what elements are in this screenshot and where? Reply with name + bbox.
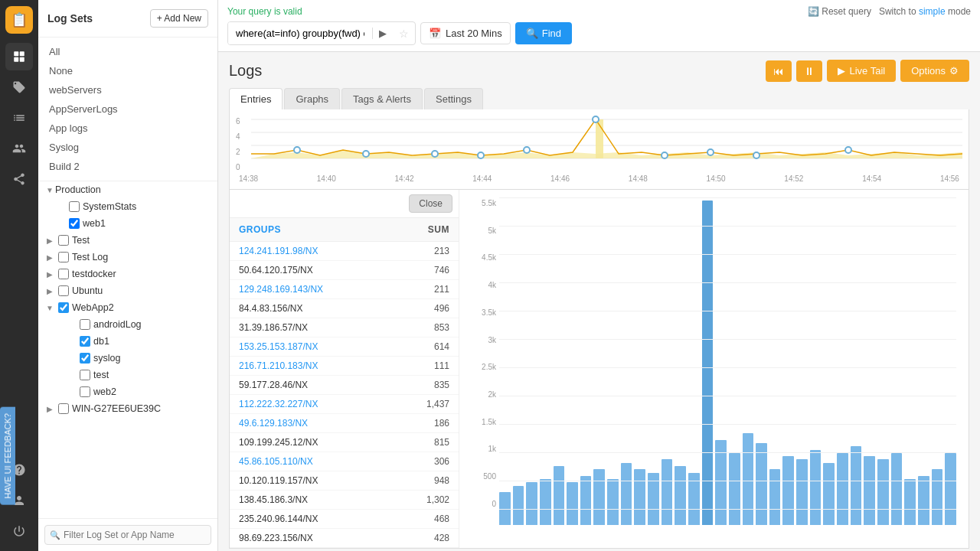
logs-controls: ⏮ ⏸ ▶ Live Tail Options ⚙: [766, 60, 969, 82]
table-header: GROUPS SUM: [230, 218, 459, 242]
tab-settings[interactable]: Settings: [424, 88, 483, 109]
cb-testdocker[interactable]: [58, 269, 69, 279]
logs-title: Logs: [229, 62, 262, 80]
table-row[interactable]: 153.25.153.187/NX614: [230, 337, 459, 357]
pause-button[interactable]: ⏸: [796, 60, 822, 82]
tree-systemstats[interactable]: SystemStats: [38, 198, 217, 215]
add-new-button[interactable]: + Add New: [150, 9, 208, 28]
tree-testdocker[interactable]: ▶ testdocker: [38, 266, 217, 282]
cb-webapp2[interactable]: [58, 302, 69, 313]
tab-entries[interactable]: Entries: [229, 88, 283, 109]
table-row[interactable]: 98.69.223.156/NX428: [230, 529, 459, 548]
gear-icon: ⚙: [949, 65, 959, 77]
tab-tags-alerts[interactable]: Tags & Alerts: [341, 88, 423, 109]
bar-item: [715, 440, 727, 525]
nav-build2[interactable]: Build 2: [38, 157, 217, 176]
sidebar: Log Sets + Add New All None webServers A…: [38, 0, 218, 551]
expander-ubuntu: ▶: [44, 285, 55, 296]
table-row[interactable]: 124.241.191.98/NX213: [230, 242, 459, 261]
tree-syslog[interactable]: syslog: [38, 350, 217, 367]
reset-icon: 🔄: [808, 6, 819, 17]
nav-connections[interactable]: [5, 135, 33, 162]
table-row[interactable]: 129.248.169.143/NX211: [230, 280, 459, 299]
tab-graphs[interactable]: Graphs: [284, 88, 340, 109]
table-row[interactable]: 50.64.120.175/NX746: [230, 261, 459, 280]
cb-testlog[interactable]: [58, 252, 69, 262]
bar-item: [567, 482, 578, 525]
feedback-button[interactable]: HAVE UI FEEDBACK?: [0, 407, 15, 505]
app-logo[interactable]: 📋: [5, 6, 33, 34]
date-range-picker[interactable]: 📅 Last 20 Mins: [420, 22, 511, 44]
table-row[interactable]: 49.6.129.183/NX186: [230, 414, 459, 433]
cb-test[interactable]: [58, 235, 69, 246]
label-testlog: Test Log: [72, 252, 211, 262]
tree-web1[interactable]: web1: [38, 215, 217, 232]
simple-mode-link[interactable]: simple: [919, 6, 946, 17]
nav-tags[interactable]: [5, 73, 33, 101]
table-row[interactable]: 216.71.210.183/NX111: [230, 357, 459, 376]
bar-item: [513, 486, 524, 525]
table-row[interactable]: 45.86.105.110/NX306: [230, 452, 459, 471]
bar-item: [743, 433, 754, 525]
tree-ubuntu[interactable]: ▶ Ubuntu: [38, 282, 217, 299]
table-row[interactable]: 235.240.96.144/NX468: [230, 510, 459, 529]
nav-applogs[interactable]: App logs: [38, 119, 217, 138]
table-row[interactable]: 109.199.245.12/NX815: [230, 433, 459, 452]
query-input[interactable]: [228, 22, 372, 44]
cb-win[interactable]: [58, 403, 69, 414]
nav-syslog[interactable]: Syslog: [38, 138, 217, 157]
tree-win[interactable]: ▶ WIN-G27EE6UE39C: [38, 400, 217, 417]
reset-query-link[interactable]: 🔄 Reset query: [808, 6, 871, 17]
cb-test-child[interactable]: [80, 370, 90, 380]
close-btn-row: Close: [230, 190, 459, 218]
table-row[interactable]: 59.177.28.46/NX835: [230, 376, 459, 395]
nav-webservers[interactable]: webServers: [38, 80, 217, 99]
label-win: WIN-G27EE6UE39C: [72, 403, 211, 414]
live-tail-button[interactable]: ▶ Live Tail: [827, 60, 896, 82]
tree-test[interactable]: ▶ Test: [38, 232, 217, 249]
svg-rect-1: [20, 51, 24, 56]
table-row[interactable]: 31.39.186.57/NX853: [230, 318, 459, 337]
cb-db1[interactable]: [80, 336, 90, 347]
tree-androidlog[interactable]: androidLog: [38, 316, 217, 333]
tree-db1[interactable]: db1: [38, 333, 217, 350]
nav-none[interactable]: None: [38, 61, 217, 80]
expander-test: ▶: [44, 235, 55, 246]
table-row[interactable]: 10.120.119.157/NX948: [230, 471, 459, 491]
nav-share[interactable]: [5, 165, 33, 193]
nav-all[interactable]: All: [38, 42, 217, 61]
bar-item: [526, 482, 537, 525]
bar-item: [945, 453, 956, 525]
cb-syslog[interactable]: [80, 353, 90, 364]
nav-appserverlogs[interactable]: AppServerLogs: [38, 99, 217, 119]
query-star-icon[interactable]: ☆: [393, 28, 415, 40]
find-button[interactable]: 🔍 Find: [515, 22, 572, 44]
cb-androidlog[interactable]: [80, 319, 90, 330]
table-row[interactable]: 112.222.32.227/NX1,437: [230, 395, 459, 414]
cb-ubuntu[interactable]: [58, 285, 69, 296]
cb-web1[interactable]: [69, 218, 80, 229]
tree-test-child[interactable]: test: [38, 367, 217, 383]
bar-chart-section: 5.5k5k4.5k4k 3.5k3k2.5k2k 1.5k1k5000: [459, 190, 969, 548]
search-wrapper: 🔍: [44, 525, 211, 545]
options-button[interactable]: Options ⚙: [900, 60, 969, 82]
tree-production[interactable]: ▼ Production: [38, 181, 217, 198]
nav-logs[interactable]: [5, 43, 33, 70]
mini-chart-section: 6420: [229, 109, 969, 190]
table-row[interactable]: 84.4.83.156/NX496: [230, 299, 459, 318]
cb-systemstats[interactable]: [69, 201, 80, 212]
rewind-button[interactable]: ⏮: [766, 60, 792, 82]
tree-webapp2[interactable]: ▼ WebApp2: [38, 299, 217, 316]
nav-power[interactable]: [5, 517, 33, 545]
col-groups-header: GROUPS: [239, 224, 403, 235]
tree-testlog[interactable]: ▶ Test Log: [38, 249, 217, 266]
tree-web2[interactable]: web2: [38, 383, 217, 400]
bar-item: [648, 473, 659, 525]
cb-web2[interactable]: [80, 386, 90, 397]
query-arrow-icon[interactable]: ▶: [372, 28, 393, 39]
sidebar-search-input[interactable]: [44, 525, 211, 545]
table-row[interactable]: 138.45.186.3/NX1,302: [230, 491, 459, 510]
close-button[interactable]: Close: [409, 194, 452, 213]
mode-text: Switch to simple mode: [879, 6, 971, 17]
nav-charts[interactable]: [5, 104, 33, 132]
